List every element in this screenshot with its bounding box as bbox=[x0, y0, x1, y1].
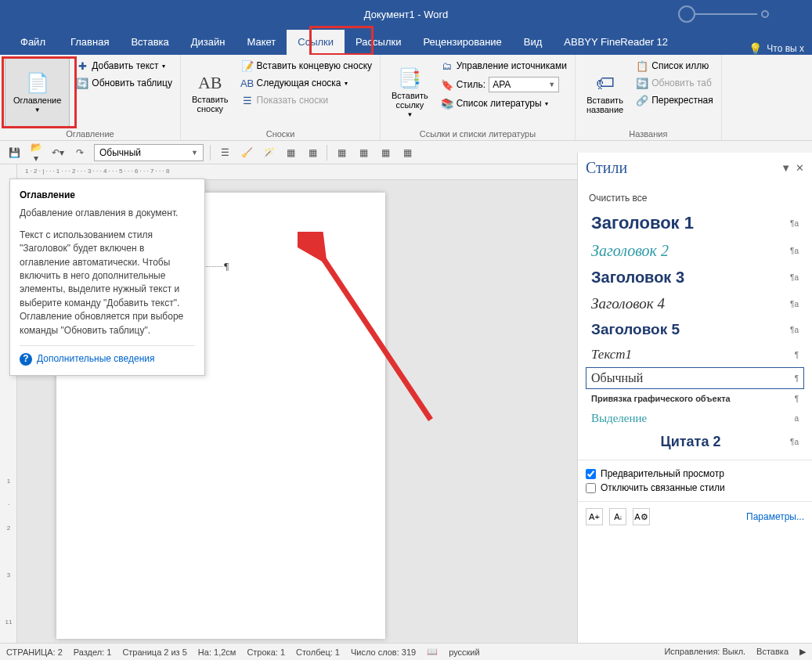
tab-home[interactable]: Главная bbox=[60, 30, 120, 55]
title-bar: Документ1 - Word bbox=[0, 0, 812, 28]
tooltip-p1: Добавление оглавления в документ. bbox=[20, 207, 195, 220]
status-lang[interactable]: русский bbox=[449, 647, 479, 657]
style-item-h5[interactable]: Заголовок 5¶a bbox=[586, 317, 804, 342]
close-icon[interactable]: ✕ bbox=[796, 162, 804, 175]
style-field[interactable]: APA▼ bbox=[489, 77, 559, 92]
macro-icon[interactable]: ▶ bbox=[799, 647, 806, 657]
group-label-citations: Ссылки и списки литературы bbox=[385, 128, 570, 139]
insert-footnote-button[interactable]: AB Вставить сноску bbox=[186, 58, 235, 128]
status-page-of[interactable]: Страница 2 из 5 bbox=[122, 647, 186, 657]
refresh-icon: 🔄 bbox=[636, 77, 648, 89]
pane-options-icon[interactable]: ▼ bbox=[781, 162, 791, 175]
ribbon: 📄 Оглавление ▼ ✚Добавить текст ▾ 🔄Обнови… bbox=[0, 55, 812, 141]
tab-design[interactable]: Дизайн bbox=[180, 30, 236, 55]
ribbon-group-citations: 📑 Вставить ссылку ▼ 🗂Управление источник… bbox=[381, 55, 576, 140]
styles-params-link[interactable]: Параметры... bbox=[746, 511, 804, 522]
redo-icon[interactable]: ↷ bbox=[72, 147, 88, 158]
qat-icon-5[interactable]: ▦ bbox=[305, 147, 320, 158]
caption-icon: 🏷 bbox=[596, 72, 615, 94]
group-label-captions: Названия bbox=[580, 128, 716, 139]
status-track[interactable]: Исправления: Выкл. bbox=[664, 647, 745, 657]
qat-icon-8[interactable]: ▦ bbox=[377, 147, 393, 158]
status-page[interactable]: СТРАНИЦА: 2 bbox=[6, 647, 63, 657]
tab-file[interactable]: Файл bbox=[9, 30, 60, 55]
next-footnote-button[interactable]: ABСледующая сноска ▾ bbox=[238, 75, 375, 91]
manage-styles-icon[interactable]: A⚙ bbox=[633, 508, 650, 525]
crossref-icon: 🔗 bbox=[636, 94, 648, 106]
style-item-h1[interactable]: Заголовок 1¶a bbox=[586, 209, 804, 237]
citation-icon: 📑 bbox=[398, 67, 421, 89]
styles-pane-header: Стили ▼ ✕ bbox=[578, 153, 812, 183]
tab-insert[interactable]: Вставка bbox=[120, 30, 179, 55]
save-icon[interactable]: 💾 bbox=[6, 147, 22, 158]
open-icon[interactable]: 📂▾ bbox=[28, 142, 44, 164]
proofing-icon[interactable]: 📖 bbox=[427, 647, 438, 657]
add-text-button[interactable]: ✚Добавить текст ▾ bbox=[73, 58, 175, 74]
tab-mailings[interactable]: Рассылки bbox=[345, 30, 412, 55]
status-words[interactable]: Число слов: 319 bbox=[351, 647, 416, 657]
undo-icon[interactable]: ↶▾ bbox=[50, 147, 66, 158]
qat-icon-6[interactable]: ▦ bbox=[334, 147, 349, 158]
insert-endnote-button[interactable]: 📝Вставить концевую сноску bbox=[238, 58, 375, 74]
qat-icon-9[interactable]: ▦ bbox=[399, 147, 415, 158]
update-toc-button[interactable]: 🔄Обновить таблицу bbox=[73, 75, 175, 91]
insert-caption-button[interactable]: 🏷 Вставить название bbox=[580, 58, 630, 128]
style-item-text1[interactable]: Текст1¶ bbox=[586, 343, 804, 366]
tab-abbyy[interactable]: ABBYY FineReader 12 bbox=[553, 30, 679, 55]
status-at[interactable]: На: 1,2см bbox=[198, 647, 236, 657]
tooltip-more-link[interactable]: ? Дополнительные сведения bbox=[20, 345, 195, 366]
list-icon: 📋 bbox=[636, 60, 648, 72]
qat-icon-2[interactable]: 🧹 bbox=[239, 147, 254, 158]
style-item-h3[interactable]: Заголовок 3¶a bbox=[586, 265, 804, 290]
insert-citation-button[interactable]: 📑 Вставить ссылку ▼ bbox=[385, 58, 435, 128]
tooltip-title: Оглавление bbox=[20, 189, 195, 202]
ribbon-tabs: Файл Главная Вставка Дизайн Макет Ссылки… bbox=[0, 28, 812, 55]
style-item-h2[interactable]: Заголовок 2¶a bbox=[586, 238, 804, 264]
style-item-normal[interactable]: Обычный¶ bbox=[586, 367, 804, 389]
show-icon: ☰ bbox=[241, 94, 254, 106]
toc-button[interactable]: 📄 Оглавление ▼ bbox=[5, 58, 70, 128]
qat-icon-1[interactable]: ☰ bbox=[217, 147, 233, 158]
tab-references[interactable]: Ссылки bbox=[287, 30, 345, 55]
style-item-h4[interactable]: Заголовок 4¶a bbox=[586, 291, 804, 316]
status-line[interactable]: Строка: 1 bbox=[247, 647, 285, 657]
status-section[interactable]: Раздел: 1 bbox=[74, 647, 112, 657]
tell-me[interactable]: 💡Что вы х bbox=[741, 42, 812, 55]
style-item-highlight[interactable]: Выделениеa bbox=[586, 408, 804, 429]
style-selector[interactable]: Обычный▼ bbox=[94, 144, 204, 161]
refresh-icon: 🔄 bbox=[76, 77, 88, 89]
style-item-anchor[interactable]: Привязка графического объекта¶ bbox=[586, 390, 804, 407]
tooltip-toc: Оглавление Добавление оглавления в докум… bbox=[9, 179, 205, 376]
clear-all-button[interactable]: Очистить все bbox=[586, 188, 804, 208]
qat-icon-7[interactable]: ▦ bbox=[355, 147, 371, 158]
qat-icon-3[interactable]: 🪄 bbox=[261, 147, 276, 158]
add-text-icon: ✚ bbox=[76, 60, 88, 72]
bulb-icon: 💡 bbox=[749, 42, 762, 55]
figure-list-button[interactable]: 📋Список иллю bbox=[633, 58, 716, 74]
disable-linked-checkbox[interactable]: Отключить связанные стили bbox=[586, 481, 804, 495]
bibliography-button[interactable]: 📚Список литературы ▾ bbox=[438, 96, 570, 111]
citation-style-dropdown[interactable]: 🔖 Стиль: APA▼ bbox=[438, 75, 570, 94]
status-bar: СТРАНИЦА: 2 Раздел: 1 Страница 2 из 5 На… bbox=[0, 643, 812, 660]
ribbon-group-toc: 📄 Оглавление ▼ ✚Добавить текст ▾ 🔄Обнови… bbox=[0, 55, 181, 140]
preview-checkbox[interactable]: Предварительный просмотр bbox=[586, 467, 804, 481]
window-title: Документ1 - Word bbox=[364, 9, 448, 20]
crossref-button[interactable]: 🔗Перекрестная bbox=[633, 92, 716, 108]
new-style-icon[interactable]: A+ bbox=[586, 508, 603, 525]
manage-sources-button[interactable]: 🗂Управление источниками bbox=[438, 58, 570, 74]
style-item-quote2[interactable]: Цитата 2¶a bbox=[586, 430, 804, 454]
update-captions-button: 🔄Обновить таб bbox=[633, 75, 716, 91]
tab-layout[interactable]: Макет bbox=[236, 30, 287, 55]
status-insert[interactable]: Вставка bbox=[756, 647, 789, 657]
svg-point-1 bbox=[762, 11, 768, 17]
tab-review[interactable]: Рецензирование bbox=[412, 30, 512, 55]
tab-view[interactable]: Вид bbox=[513, 30, 554, 55]
biblio-icon: 📚 bbox=[441, 97, 453, 110]
manage-icon: 🗂 bbox=[441, 60, 453, 72]
styles-bottom-toolbar: A+ Aᵢ A⚙ Параметры... bbox=[578, 501, 812, 532]
status-col[interactable]: Столбец: 1 bbox=[296, 647, 340, 657]
style-icon: 🔖 bbox=[441, 78, 453, 91]
style-inspector-icon[interactable]: Aᵢ bbox=[609, 508, 626, 525]
qat-icon-4[interactable]: ▦ bbox=[283, 147, 298, 158]
help-icon: ? bbox=[20, 353, 32, 366]
